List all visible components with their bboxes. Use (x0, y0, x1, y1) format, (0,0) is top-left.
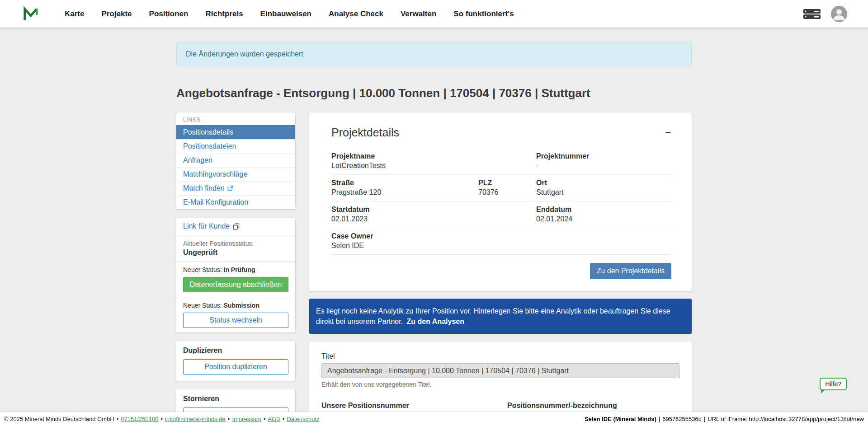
project-row-3: Startdatum 02.01.2023 Enddatum 02.01.202… (331, 201, 671, 228)
nav-item-so-funktionierts[interactable]: So funktioniert's (453, 9, 514, 19)
sidebar: LINKS Positionsdetails Positionsdateien … (176, 112, 295, 426)
sidebar-item-anfragen[interactable]: Anfragen (176, 153, 295, 167)
analytics-link[interactable]: Zu den Analysen (407, 318, 464, 325)
nav-item-positionen[interactable]: Positionen (149, 9, 189, 19)
sidebar-item-matchingvorschlaege[interactable]: Matchingvorschläge (176, 167, 295, 181)
alert-message: Die Änderungen wurden gespeichert (186, 50, 303, 58)
person-icon (831, 6, 847, 22)
navbar-right (803, 6, 847, 22)
switch-status-button[interactable]: Status wechseln (183, 313, 288, 328)
project-row-4: Case Owner Selen IDE (331, 228, 671, 255)
duplicate-card-title: Duplizieren (183, 346, 288, 355)
user-avatar[interactable] (831, 6, 847, 22)
footer-impressum-link[interactable]: Impressum (232, 416, 261, 422)
main-nav: Karte Projekte Positionen Richtpreis Ein… (65, 9, 514, 19)
complete-data-entry-button[interactable]: Datenerfassung abschließen (183, 277, 288, 292)
project-details-title: Projektdetails (331, 126, 671, 139)
current-status-label: Aktueller Positionsstatus: (183, 240, 288, 247)
projektnummer-value: - (536, 162, 667, 170)
ort-value: Stuttgart (536, 188, 667, 197)
footer-phone-link[interactable]: 07151/250100 (121, 416, 158, 422)
our-number-label: Unsere Positionsnummer (321, 402, 494, 410)
next-status-submission-line: Neuer Status: Submission (183, 302, 288, 309)
project-details-button[interactable]: Zu den Projektdetails (590, 263, 671, 279)
case-owner-value: Selen IDE (331, 242, 667, 250)
ort-label: Ort (536, 179, 667, 187)
links-header: LINKS (176, 112, 295, 125)
nav-item-analyse-check[interactable]: Analyse Check (329, 9, 383, 19)
nav-item-einbauweisen[interactable]: Einbauweisen (260, 9, 311, 19)
startdatum-value: 02.01.2023 (331, 215, 532, 223)
titel-group: Titel Erhält den von uns vorgegebenen Ti… (321, 352, 679, 388)
projektname-value: LotCreationTests (331, 162, 532, 170)
collapse-button[interactable]: − (665, 128, 671, 138)
startdatum-label: Startdatum (331, 206, 532, 214)
external-link-icon (227, 185, 234, 192)
sidebar-item-match-finden[interactable]: Match finden (176, 181, 295, 195)
case-owner-label: Case Owner (331, 232, 667, 240)
enddatum-label: Enddatum (536, 206, 667, 214)
customer-link[interactable]: Link für Kunde (183, 222, 240, 230)
titel-help: Erhält den von uns vorgegebenen Titel. (321, 381, 679, 388)
success-alert: Die Änderungen wurden gespeichert (176, 42, 692, 66)
enddatum-value: 02.01.2024 (536, 215, 667, 223)
nav-item-karte[interactable]: Karte (65, 9, 84, 19)
help-button[interactable]: Hilfe? (820, 378, 847, 390)
footer-user: Selen IDE (Mineral Minds) (585, 416, 656, 422)
projektname-label: Projektname (331, 152, 532, 160)
app-logo[interactable] (22, 5, 39, 23)
analytics-banner-text: Es liegt noch keine Analytik zu Ihrer Po… (316, 307, 670, 325)
nav-item-projekte[interactable]: Projekte (101, 9, 132, 19)
strasse-label: Straße (331, 179, 474, 187)
sidebar-item-positionsdetails[interactable]: Positionsdetails (176, 125, 295, 139)
next-status-review-line: Neuer Status: In Prüfung (183, 266, 288, 273)
duplicate-position-button[interactable]: Position duplizieren (183, 359, 288, 375)
main-panel: − Projektdetails Projektname LotCreation… (309, 112, 692, 426)
plz-label: PLZ (478, 179, 532, 187)
status-card: Link für Kunde Aktueller Positionsstatus… (176, 218, 295, 332)
projektnummer-label: Projektnummer (536, 152, 667, 160)
footer-agb-link[interactable]: AGB (268, 416, 280, 422)
analytics-banner: Es liegt noch keine Analytik zu Ihrer Po… (309, 299, 692, 334)
footer-copyright: © 2025 Mineral Minds Deutschland GmbH (4, 416, 114, 422)
server-icon[interactable] (803, 8, 821, 20)
cancel-card-title: Stornieren (183, 395, 288, 403)
strasse-value: Pragstraße 120 (331, 188, 474, 197)
page-container: Die Änderungen wurden gespeichert Angebo… (176, 42, 692, 426)
titel-label: Titel (321, 352, 679, 360)
page-title: Angebotsanfrage - Entsorgung | 10.000 To… (176, 86, 692, 106)
plz-value: 70376 (478, 188, 532, 197)
footer-datenschutz-link[interactable]: Datenschutz (287, 416, 319, 422)
copy-icon (233, 223, 240, 230)
brand-m-icon (22, 5, 39, 23)
project-details-card: − Projektdetails Projektname LotCreation… (309, 112, 692, 291)
footer-left: © 2025 Mineral Minds Deutschland GmbH • … (4, 416, 320, 422)
footer-iframe-url: URL of iFrame: http://localhost:32778/ap… (708, 416, 864, 422)
sidebar-links-card: LINKS Positionsdetails Positionsdateien … (176, 112, 295, 209)
footer: © 2025 Mineral Minds Deutschland GmbH • … (0, 412, 868, 426)
sidebar-item-email-konfiguration[interactable]: E-Mail Konfiguration (176, 195, 295, 209)
current-status-value: Ungeprüft (183, 248, 288, 257)
footer-email-link[interactable]: info@mineral-minds.de (165, 416, 226, 422)
duplicate-card: Duplizieren Position duplizieren (176, 341, 295, 381)
project-row-2: Straße Pragstraße 120 PLZ 70376 Ort Stut… (331, 175, 671, 201)
sidebar-item-positionsdateien[interactable]: Positionsdateien (176, 139, 295, 153)
footer-session-id: 69576255536d (662, 416, 702, 422)
top-navbar: Karte Projekte Positionen Richtpreis Ein… (0, 0, 868, 28)
nav-item-richtpreis[interactable]: Richtpreis (205, 9, 243, 19)
pos-number-label: Positionsnummer/-bezeichnung (507, 402, 679, 410)
titel-input (321, 363, 679, 378)
project-row-1: Projektname LotCreationTests Projektnumm… (331, 148, 671, 175)
nav-item-verwalten[interactable]: Verwalten (401, 9, 436, 19)
footer-session-info: Selen IDE (Mineral Minds) | 69576255536d… (585, 416, 864, 422)
